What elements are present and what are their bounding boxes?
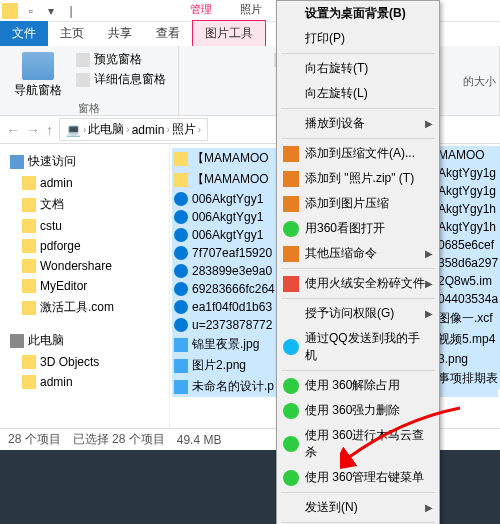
star-icon: [10, 155, 24, 169]
sidebar-item-label: cstu: [40, 219, 62, 233]
file-name: AkgtYgy1g: [438, 184, 496, 198]
menu-item[interactable]: 使用 360管理右键菜单: [277, 465, 439, 490]
menu-item[interactable]: 播放到设备▶: [277, 111, 439, 136]
file-item[interactable]: 图像一.xcf: [438, 308, 500, 329]
menu-separator: [281, 492, 435, 493]
chevron-right-icon[interactable]: ›: [126, 124, 129, 135]
menu-item-label: 向右旋转(T): [305, 60, 368, 77]
file-item[interactable]: 04403534a: [438, 290, 500, 308]
preview-pane-button[interactable]: 预览窗格: [72, 50, 170, 69]
sidebar-item[interactable]: pdforge: [4, 236, 165, 256]
file-list-col2[interactable]: MAMOOAkgtYgy1gAkgtYgy1gAkgtYgy1hAkgtYgy1…: [438, 146, 500, 389]
menu-item[interactable]: 添加到压缩文件(A)...: [277, 141, 439, 166]
details-pane-button[interactable]: 详细信息窗格: [72, 70, 170, 89]
menu-item[interactable]: 使用 360解除占用: [277, 373, 439, 398]
sidebar-item[interactable]: cstu: [4, 216, 165, 236]
menu-item[interactable]: 向右旋转(T): [277, 56, 439, 81]
menu-item[interactable]: 发送到(N)▶: [277, 495, 439, 520]
menu-item[interactable]: 添加到 "照片.zip" (T): [277, 166, 439, 191]
file-name: 006AkgtYgy1: [192, 210, 263, 224]
sidebar-item[interactable]: 3D Objects: [4, 352, 165, 372]
file-name: 0685e6cef: [438, 238, 494, 252]
sidebar-item[interactable]: admin: [4, 372, 165, 392]
menu-item[interactable]: 使用 360进行木马云查杀: [277, 423, 439, 465]
menu-item-icon: [283, 470, 299, 486]
file-name: 283899e3e9a0: [192, 264, 272, 278]
file-item[interactable]: AkgtYgy1g: [438, 182, 500, 200]
status-count: 28 个项目: [8, 431, 61, 448]
pc-icon: [10, 334, 24, 348]
folder-icon: [2, 3, 18, 19]
file-name: 【MAMAMOO: [192, 171, 269, 188]
folder-icon: [22, 176, 36, 190]
crumb-folder[interactable]: 照片: [172, 121, 196, 138]
menu-item[interactable]: 其他压缩命令▶: [277, 241, 439, 266]
tab-file[interactable]: 文件: [0, 21, 48, 46]
tab-share[interactable]: 共享: [96, 21, 144, 46]
sidebar-item[interactable]: Wondershare: [4, 256, 165, 276]
file-name: 69283666fc264: [192, 282, 275, 296]
nav-pane-button[interactable]: 导航窗格: [8, 50, 68, 101]
sidebar-item-label: 3D Objects: [40, 355, 99, 369]
sidebar-item[interactable]: 文档: [4, 193, 165, 216]
chevron-right-icon[interactable]: ›: [83, 124, 86, 135]
qat-dropdown-icon[interactable]: ▾: [42, 2, 60, 20]
file-name: 006AkgtYgy1: [192, 228, 263, 242]
file-name: MAMOO: [438, 148, 485, 162]
menu-item[interactable]: 添加到图片压缩: [277, 191, 439, 216]
file-icon: [174, 300, 188, 314]
crumb-pc[interactable]: 此电脑: [88, 121, 124, 138]
menu-item-label: 使用 360管理右键菜单: [305, 469, 424, 486]
nav-up-icon[interactable]: ↑: [46, 122, 53, 138]
folder-icon: [22, 279, 36, 293]
menu-item[interactable]: 用360看图打开: [277, 216, 439, 241]
sidebar-item[interactable]: MyEditor: [4, 276, 165, 296]
sidebar-quick-access[interactable]: 快速访问: [4, 150, 165, 173]
folder-icon: [22, 198, 36, 212]
file-item[interactable]: 3.png: [438, 350, 500, 368]
file-item[interactable]: AkgtYgy1h: [438, 200, 500, 218]
tab-view[interactable]: 查看: [144, 21, 192, 46]
file-item[interactable]: 事项排期表: [438, 368, 500, 389]
quick-label: 快速访问: [28, 153, 76, 170]
menu-item[interactable]: 打印(P): [277, 26, 439, 51]
nav-back-icon[interactable]: ←: [6, 122, 20, 138]
chevron-right-icon[interactable]: ›: [166, 124, 169, 135]
menu-item-icon: [283, 436, 299, 452]
sidebar-item-label: pdforge: [40, 239, 81, 253]
file-item[interactable]: 视频5.mp4: [438, 329, 500, 350]
sidebar-item[interactable]: 激活工具.com: [4, 296, 165, 319]
file-icon: [174, 318, 188, 332]
menu-item[interactable]: 向左旋转(L): [277, 81, 439, 106]
menu-item[interactable]: 使用火绒安全粉碎文件▶: [277, 271, 439, 296]
menu-item-icon: [283, 276, 299, 292]
crumb-user[interactable]: admin: [132, 123, 165, 137]
tab-home[interactable]: 主页: [48, 21, 96, 46]
qat-props-icon[interactable]: ▫: [22, 2, 40, 20]
menu-item[interactable]: 设置为桌面背景(B): [277, 1, 439, 26]
sidebar-this-pc[interactable]: 此电脑: [4, 329, 165, 352]
sidebar-item[interactable]: admin: [4, 173, 165, 193]
file-item[interactable]: 2Q8w5.im: [438, 272, 500, 290]
file-item[interactable]: AkgtYgy1h: [438, 218, 500, 236]
nav-fwd-icon[interactable]: →: [26, 122, 40, 138]
file-item[interactable]: MAMOO: [438, 146, 500, 164]
menu-item-label: 使用 360进行木马云查杀: [305, 427, 431, 461]
tab-picture-tools[interactable]: 图片工具: [192, 20, 266, 46]
menu-item[interactable]: 通过QQ发送到我的手机: [277, 326, 439, 368]
file-icon: [174, 192, 188, 206]
context-tab-photos: 照片: [240, 2, 262, 17]
file-icon: [174, 246, 188, 260]
file-item[interactable]: 0685e6cef: [438, 236, 500, 254]
menu-item-icon: [283, 196, 299, 212]
chevron-right-icon[interactable]: ›: [198, 124, 201, 135]
menu-item[interactable]: 使用 360强力删除: [277, 398, 439, 423]
menu-item-icon: [283, 221, 299, 237]
menu-item[interactable]: 授予访问权限(G)▶: [277, 301, 439, 326]
file-item[interactable]: AkgtYgy1g: [438, 164, 500, 182]
file-item[interactable]: 358d6a297: [438, 254, 500, 272]
menu-separator: [281, 370, 435, 371]
sidebar: 快速访问 admin文档cstupdforgeWondershareMyEdit…: [0, 144, 170, 450]
breadcrumb[interactable]: 💻› 此电脑› admin› 照片›: [59, 118, 208, 141]
menu-item-icon: [283, 403, 299, 419]
